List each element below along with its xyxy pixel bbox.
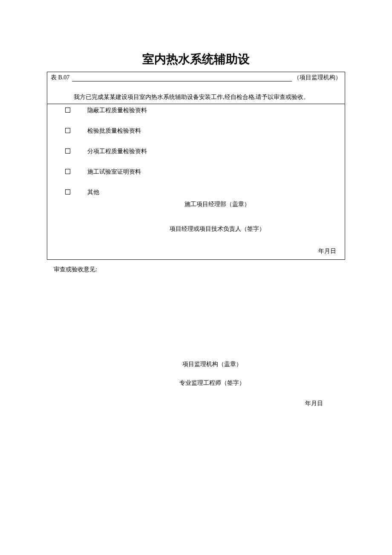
document-page: 室内热水系统辅助设 表 B.07 （项目监理机构） 我方已完成某某建设项目室内热… xyxy=(0,0,392,407)
checkbox-label-2: 检验批质量检验资料 xyxy=(87,127,141,135)
intro-text: 我方已完成某某建设项目室内热水系统辅助设备安装工作,经自检合格,请予以审查或验收… xyxy=(47,82,345,104)
project-manager-sign-line: 项目经理或项目技术负责人（签字） xyxy=(47,210,345,235)
checkbox-label-5: 其他 xyxy=(87,189,99,196)
checkbox-row-5: 其他 xyxy=(47,186,345,199)
checkbox-4[interactable] xyxy=(65,169,70,174)
checkbox-label-1: 隐蔽工程质量检验资料 xyxy=(87,107,147,114)
construction-stamp-line: 施工项目经理部（盖章） xyxy=(47,199,345,210)
review-opinion-label: 审查或验收意见: xyxy=(54,264,345,275)
checkbox-3[interactable] xyxy=(65,148,70,154)
checkbox-row-1: 隐蔽工程质量检验资料 xyxy=(47,104,345,117)
header-row: 表 B.07 （项目监理机构） xyxy=(47,72,345,82)
supervision-stamp-line: 项目监理机构（盖章） xyxy=(54,275,345,370)
checkbox-row-4: 施工试验室证明资料 xyxy=(47,166,345,178)
checkbox-row-3: 分项工程质量检验资料 xyxy=(47,145,345,158)
org-suffix-label: （项目监理机构） xyxy=(294,74,341,81)
checkbox-1[interactable] xyxy=(65,108,70,113)
date-line-1: 年月日 xyxy=(47,235,345,259)
page-title: 室内热水系统辅助设 xyxy=(47,51,345,67)
table-number-label: 表 B.07 xyxy=(51,74,69,81)
review-section: 审查或验收意见: 项目监理机构（盖章） 专业监理工程师（签字） 年月日 xyxy=(47,260,345,407)
form-box: 表 B.07 （项目监理机构） 我方已完成某某建设项目室内热水系统辅助设备安装工… xyxy=(47,72,345,260)
checkbox-row-2: 检验批质量检验资料 xyxy=(47,125,345,137)
supervision-engineer-sign-line: 专业监理工程师（签字） xyxy=(54,370,345,389)
checkbox-2[interactable] xyxy=(65,128,70,133)
checkbox-label-4: 施工试验室证明资料 xyxy=(87,168,141,176)
blank-underline xyxy=(72,75,292,81)
checkbox-5[interactable] xyxy=(65,189,70,195)
checkbox-label-3: 分项工程质量检验资料 xyxy=(87,148,147,155)
date-line-2: 年月日 xyxy=(54,389,345,407)
